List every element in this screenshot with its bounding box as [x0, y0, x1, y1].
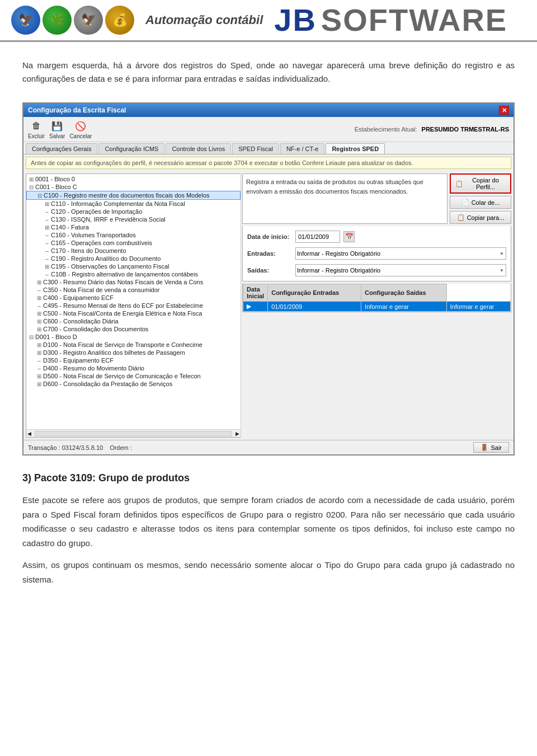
saidas-select[interactable]: Informar - Registro Obrigatório [295, 264, 506, 276]
estab-label: Estabelecimento Atual: [355, 126, 417, 133]
tree-label-d100: D100 - Nota Fiscal de Serviço de Transpo… [43, 341, 239, 348]
tree-item-c195[interactable]: ⊞ C195 - Observações do Lançamento Fisca… [26, 262, 241, 270]
tree-item-c100[interactable]: ⊟ C100 - Registro mestre dos documentos … [26, 191, 241, 200]
ordem-status: Ordem : [110, 444, 132, 451]
expand-icon-c100[interactable]: ⊟ [36, 192, 44, 199]
software-label: SOFTWARE [321, 4, 507, 36]
copiar-para-label: Copiar para... [467, 214, 505, 221]
tree-hscroll[interactable]: ◀ ▶ [26, 429, 241, 437]
expand-icon-c10b: – [43, 271, 51, 278]
sair-label: Sair [491, 444, 502, 451]
salvar-icon: 💾 [50, 119, 64, 133]
header-logos: 🦅 🌿 🦅 💰 [11, 6, 134, 35]
data-inicio-input[interactable] [295, 231, 340, 243]
tab-nfe-cte[interactable]: NF-e / CT-e [280, 143, 324, 154]
tab-controle-livros[interactable]: Controle dos Livros [166, 143, 231, 154]
expand-icon-c500[interactable]: ⊞ [35, 311, 43, 317]
toolbar-cancelar[interactable]: 🚫 Cancelar [69, 119, 92, 139]
salvar-label: Salvar [49, 133, 65, 139]
tab-configuracao-icms[interactable]: Configuração ICMS [98, 143, 164, 154]
col-config-entradas: Configuração Entradas [268, 284, 361, 302]
tree-label-d500: D500 - Nota Fiscal de Serviço de Comunic… [43, 373, 239, 379]
tree-item-c10b[interactable]: – C10B - Registro alternativo de lançame… [26, 270, 241, 278]
expand-icon-d300[interactable]: ⊞ [35, 350, 43, 356]
hscroll-thumb[interactable] [35, 431, 232, 436]
expand-icon-c140[interactable]: ⊞ [43, 224, 51, 231]
close-button[interactable]: ✕ [499, 106, 509, 115]
tree-label-d001: D001 - Bloco D [35, 334, 239, 340]
tree-item-c170[interactable]: – C170 - Itens do Documento [26, 247, 241, 255]
tree-item-c001[interactable]: ⊟ C001 - Bloco C [26, 183, 241, 191]
tree-item-c495[interactable]: – C495 - Resumo Mensal de Itens do ECF p… [26, 302, 241, 309]
estab-value: PRESUMIDO TRMESTRAL-RS [422, 126, 509, 133]
data-table-area: Data Inicial Configuração Entradas Confi… [242, 284, 511, 312]
automacao-label: Automação contábil [145, 13, 263, 27]
tree-item-c190[interactable]: – C190 - Registro Analítico do Documento [26, 255, 241, 262]
expand-icon-c195[interactable]: ⊞ [43, 264, 51, 270]
tree-item-d400[interactable]: – D400 - Resumo do Movimento Diário [26, 364, 241, 372]
tree-item-c165[interactable]: – C165 - Operações com combustíveis [26, 239, 241, 247]
copiar-para-button[interactable]: 📋 Copiar para... [450, 211, 511, 224]
tree-item-c700[interactable]: ⊞ C700 - Consolidação dos Documentos [26, 325, 241, 333]
tree-label-c700: C700 - Consolidação dos Documentos [43, 326, 239, 332]
section3-para1: Este pacote se refere aos grupos de prod… [22, 493, 515, 550]
toolbar-salvar[interactable]: 💾 Salvar [49, 119, 65, 139]
tree-item-c160[interactable]: – C160 - Volumes Transportados [26, 231, 241, 239]
tree-item-c140[interactable]: ⊞ C140 - Fatura [26, 223, 241, 231]
tree-item-c600[interactable]: ⊞ C600 - Consolidação Diária [26, 317, 241, 325]
copiar-perfil-button[interactable]: 📋 Copiar do Perfil... [450, 173, 511, 194]
logo-blue: 🦅 [11, 6, 40, 35]
toolbar-excluir[interactable]: 🗑 Excluir [28, 119, 45, 139]
tree-label-c165: C165 - Operações com combustíveis [51, 240, 239, 246]
expand-icon-d100[interactable]: ⊞ [35, 342, 43, 348]
tab-registros-sped[interactable]: Registros SPED [326, 143, 385, 154]
expand-icon-0001[interactable]: ⊞ [27, 176, 35, 182]
tree-item-d300[interactable]: ⊞ D300 - Registro Analítico dos bilhetes… [26, 349, 241, 356]
tree-item-0001[interactable]: ⊞ 0001 - Bloco 0 [26, 175, 241, 183]
tree-label-c160: C160 - Volumes Transportados [51, 232, 239, 238]
tabs-bar: Configurações Gerais Configuração ICMS C… [23, 142, 514, 154]
expand-icon-d500[interactable]: ⊞ [35, 373, 43, 379]
tree-label-c001: C001 - Bloco C [35, 184, 239, 190]
tree-item-d001[interactable]: ⊟ D001 - Bloco D [26, 333, 241, 341]
expand-icon-c170: – [43, 248, 51, 254]
tree-label-d600: D600 - Consolidação da Prestação de Serv… [43, 381, 239, 387]
expand-icon-c110[interactable]: ⊞ [43, 201, 51, 207]
expand-icon-c400[interactable]: ⊞ [35, 295, 43, 301]
tree-item-c110[interactable]: ⊞ C110 - Informação Complementar da Nota… [26, 200, 241, 208]
cancelar-label: Cancelar [69, 133, 92, 139]
tree-item-d500[interactable]: ⊞ D500 - Nota Fiscal de Serviço de Comun… [26, 372, 241, 380]
tree-item-d600[interactable]: ⊞ D600 - Consolidação da Prestação de Se… [26, 380, 241, 388]
sair-button[interactable]: 🚪 Sair [473, 442, 509, 453]
tree-label-c350: C350 - Nota Fiscal de venda a consumidor [43, 287, 239, 293]
tree-item-c120[interactable]: – C120 - Operações de Importação [26, 208, 241, 215]
expand-icon-c600[interactable]: ⊞ [35, 318, 43, 325]
calendar-button[interactable]: 📅 [343, 231, 355, 242]
entradas-select[interactable]: Informar - Registro Obrigatório [295, 247, 506, 260]
tree-item-c500[interactable]: ⊞ C500 - Nota Fiscal/Conta de Energia El… [26, 309, 241, 317]
col-data-inicial: Data Inicial [243, 284, 268, 302]
tree-item-d100[interactable]: ⊞ D100 - Nota Fiscal de Serviço de Trans… [26, 341, 241, 349]
tree-label-c300: C300 - Resumo Diário das Notas Fiscais d… [43, 279, 239, 285]
tab-configuracoes-gerais[interactable]: Configurações Gerais [26, 143, 97, 154]
expand-icon-c300[interactable]: ⊞ [35, 279, 43, 285]
tree-item-c130[interactable]: – C130 - ISSQN, IRRF e Previdência Socia… [26, 215, 241, 223]
expand-icon-c700[interactable]: ⊞ [35, 326, 43, 332]
right-panel: Registra a entrada ou saída de produtos … [242, 173, 511, 438]
expand-icon-d600[interactable]: ⊞ [35, 381, 43, 387]
action-buttons-col: 📋 Copiar do Perfil... 📄 Colar de... 📋 Co… [450, 173, 511, 224]
tree-item-c350[interactable]: – C350 - Nota Fiscal de venda a consumid… [26, 286, 241, 294]
tree-label-c500: C500 - Nota Fiscal/Conta de Energia Elét… [43, 310, 239, 317]
expand-icon-d001[interactable]: ⊟ [27, 334, 35, 340]
tree-item-d350[interactable]: – D350 - Equipamento ECF [26, 356, 241, 364]
colar-de-button[interactable]: 📄 Colar de... [450, 196, 511, 209]
tree-item-c300[interactable]: ⊞ C300 - Resumo Diário das Notas Fiscais… [26, 278, 241, 286]
section3-para2: Assim, os grupos continuam os mesmos, se… [22, 558, 515, 586]
tree-item-c400[interactable]: ⊞ C400 - Equipamento ECF [26, 294, 241, 302]
tree-body[interactable]: ⊞ 0001 - Bloco 0 ⊟ C001 - Bloco C ⊟ C100… [26, 174, 241, 429]
expand-icon-c001[interactable]: ⊟ [27, 184, 35, 190]
table-row[interactable]: ▶ 01/01/2009 Informar e gerar Informar e… [243, 302, 511, 312]
tab-sped-fiscal[interactable]: SPED Fiscal [232, 143, 279, 154]
expand-icon-c160: – [43, 232, 51, 238]
data-inicio-row: Data de início: 📅 [247, 231, 506, 243]
